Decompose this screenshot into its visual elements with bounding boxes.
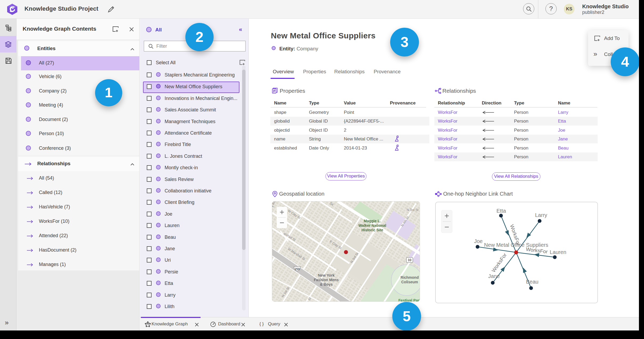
svg-text:250: 250 [295, 267, 300, 271]
svg-text:WorksFor: WorksFor [491, 252, 508, 273]
svg-text:Etta: Etta [496, 208, 506, 214]
svg-text:Coliseum: Coliseum [401, 280, 418, 284]
svg-text:& Boys: & Boys [320, 282, 333, 286]
svg-text:Historic Site: Historic Site [361, 228, 383, 232]
svg-text:Fashion Mens: Fashion Mens [314, 278, 339, 282]
svg-text:Maggie L.: Maggie L. [364, 219, 381, 223]
svg-text:Lauren: Lauren [550, 249, 566, 255]
svg-text:Beau: Beau [526, 279, 539, 285]
svg-text:Richmond: Richmond [401, 275, 419, 280]
svg-text:Larry: Larry [535, 212, 547, 218]
svg-text:Joe: Joe [474, 238, 483, 244]
svg-text:33: 33 [408, 258, 411, 262]
svg-text:Walker National: Walker National [358, 223, 386, 228]
svg-text:New York: New York [318, 273, 335, 277]
svg-text:Jane: Jane [488, 273, 500, 279]
svg-text:Festival Park: Festival Park [398, 298, 420, 302]
svg-text:N 3rd St: N 3rd St [407, 208, 419, 212]
